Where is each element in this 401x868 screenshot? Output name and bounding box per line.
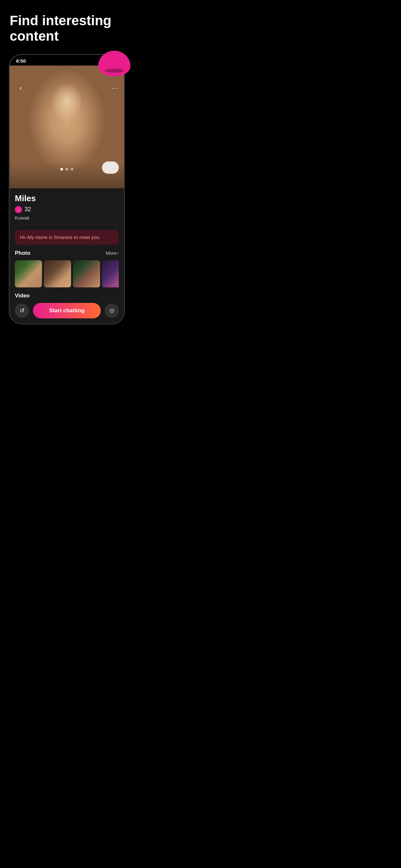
phone-mockup: 8:50 ‹ ···: [0, 54, 134, 324]
more-button[interactable]: ···: [112, 84, 119, 92]
photo-dot-2[interactable]: [66, 168, 68, 170]
profile-age: 32: [25, 206, 31, 213]
profile-location: Kuwait: [15, 215, 119, 221]
photo-thumb-4[interactable]: [102, 260, 119, 287]
photo-thumb-1[interactable]: [15, 260, 42, 287]
profile-info: Miles ♀ 32 Kuwait HI–My name is Smanice …: [10, 188, 124, 299]
photo-dot-1[interactable]: [60, 168, 63, 170]
photo-grid: [15, 260, 119, 287]
more-dots-icon: ···: [112, 84, 119, 91]
photo-indicators: [60, 168, 73, 170]
phone-frame: 8:50 ‹ ···: [9, 54, 125, 324]
like-button[interactable]: ♡: [102, 161, 119, 174]
heart-icon: ♡: [108, 164, 113, 171]
start-chat-button[interactable]: Start chatting: [33, 303, 101, 318]
hero-title: Find interesting content: [0, 0, 134, 54]
back-button[interactable]: ‹: [15, 82, 27, 94]
bio-box: HI–My name is Smanice to meet you.: [15, 230, 119, 245]
gender-icon: ♀: [17, 208, 20, 212]
bottom-action-bar: ↺ Start chatting ⊙: [10, 303, 124, 323]
divider: [15, 225, 119, 225]
profile-meta: ♀ 32: [15, 206, 119, 213]
profile-photo: ‹ ··· ♡: [10, 66, 124, 188]
video-section-header: Video: [15, 292, 119, 299]
photo-section-title: Photo: [15, 250, 30, 256]
gender-badge: ♀: [15, 206, 22, 213]
refresh-icon: ↺: [20, 307, 25, 314]
bio-text: HI–My name is Smanice to meet you.: [20, 235, 100, 240]
refresh-button[interactable]: ↺: [15, 304, 29, 318]
photo-thumb-3[interactable]: [73, 260, 100, 287]
photo-dot-3[interactable]: [71, 168, 73, 170]
chat-button-label: Start chatting: [49, 307, 85, 314]
nav-bar: ‹ ···: [10, 80, 124, 97]
camera-button[interactable]: ⊙: [104, 304, 119, 318]
photo-more-label: More: [105, 250, 117, 256]
photo-section-header: Photo More ›: [15, 250, 119, 256]
hero-section: Find interesting content: [0, 0, 134, 54]
profile-name: Miles: [15, 193, 119, 204]
chevron-right-icon: ›: [117, 251, 119, 256]
photo-thumb-2[interactable]: [44, 260, 71, 287]
status-time: 8:50: [16, 58, 26, 64]
camera-icon: ⊙: [110, 307, 114, 314]
photo-more-link[interactable]: More ›: [105, 250, 119, 256]
video-section-title: Video: [15, 292, 30, 299]
